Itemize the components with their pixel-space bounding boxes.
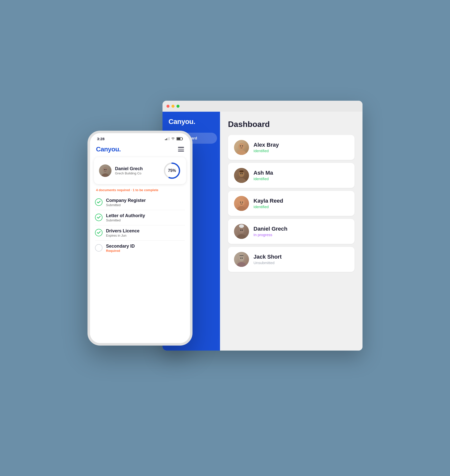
doc-title-company-register: Company Register	[106, 198, 146, 203]
user-info-kayla: Kayla Reed Identified	[254, 198, 348, 209]
svg-point-22	[239, 255, 244, 261]
doc-item-company-register[interactable]: Company Register Submitted	[95, 195, 185, 210]
main-content: Dashboard Alex Bray Ide	[220, 112, 362, 351]
phone-header: Canyou.	[90, 142, 190, 157]
svg-point-18	[237, 234, 246, 239]
doc-title-secondary-id: Secondary ID	[106, 244, 135, 249]
user-status-jack: Unsubmitted	[254, 261, 348, 265]
user-name-alex: Alex Bray	[254, 142, 348, 148]
svg-rect-29	[168, 138, 168, 140]
svg-point-17	[239, 227, 244, 233]
user-name-ash: Ash Ma	[254, 170, 348, 176]
doc-check-drivers-licence	[95, 229, 102, 236]
browser-body: Canyou. Dashboard Workflows	[162, 112, 362, 351]
svg-point-15	[240, 202, 241, 203]
progress-percent: 75%	[168, 168, 176, 173]
svg-point-4	[238, 143, 244, 150]
user-name-kayla: Kayla Reed	[254, 198, 348, 204]
svg-point-25	[242, 258, 243, 259]
doc-info-letter-of-authority: Letter of Authority Submitted	[106, 213, 145, 222]
doc-check-secondary-id	[95, 244, 102, 252]
avatar-alex	[234, 140, 249, 155]
phone-user-company: Grech Building Co	[115, 171, 143, 175]
user-status-daniel: In progress	[254, 233, 348, 237]
phone-user-info: Daniel Grech Grech Building Co	[115, 166, 143, 175]
doc-subtitle-secondary-id: Required	[106, 249, 135, 253]
hamburger-menu-icon[interactable]	[178, 147, 184, 151]
user-card-daniel[interactable]: Daniel Grech In progress	[228, 219, 354, 244]
svg-rect-27	[165, 139, 166, 140]
phone-doc-list: Company Register Submitted Letter of Aut…	[90, 195, 190, 256]
user-card-alex[interactable]: Alex Bray Identified	[228, 135, 354, 160]
user-status-alex: Identified	[254, 149, 348, 153]
browser-window: Canyou. Dashboard Workflows	[162, 101, 362, 351]
phone-user-avatar	[99, 164, 112, 177]
user-info-alex: Alex Bray Identified	[254, 142, 348, 153]
minimize-button[interactable]	[172, 105, 174, 108]
signal-icon	[165, 137, 170, 140]
svg-point-14	[237, 206, 246, 211]
svg-rect-26	[240, 255, 244, 256]
phone-progress-ring: 75%	[163, 162, 181, 180]
hamburger-line-3	[178, 151, 184, 151]
check-icon	[97, 216, 100, 219]
svg-point-21	[239, 224, 244, 228]
page-title: Dashboard	[228, 120, 354, 129]
svg-rect-32	[177, 138, 180, 140]
phone-user-card[interactable]: Daniel Grech Grech Building Co 75%	[94, 157, 186, 184]
svg-point-7	[242, 145, 243, 146]
hamburger-line-1	[178, 147, 184, 148]
docs-highlight: · 1 to be complete	[131, 188, 158, 192]
maximize-button[interactable]	[176, 105, 180, 108]
svg-point-10	[240, 173, 241, 174]
doc-item-drivers-licence[interactable]: Drivers Licence Expires in Jun	[95, 225, 185, 241]
doc-title-drivers-licence: Drivers Licence	[106, 228, 140, 234]
doc-title-letter-of-authority: Letter of Authority	[106, 213, 145, 218]
user-info-daniel: Daniel Grech In progress	[254, 226, 348, 237]
doc-subtitle-drivers-licence: Expires in Jun	[106, 234, 140, 237]
docs-summary-text: 4 documents required	[96, 188, 130, 192]
avatar-jack	[234, 252, 249, 267]
user-info-jack: Jack Short Unsubmitted	[254, 254, 348, 265]
svg-point-11	[242, 173, 243, 174]
mobile-phone: 3:28	[88, 131, 192, 346]
doc-info-secondary-id: Secondary ID Required	[106, 244, 135, 253]
doc-item-secondary-id[interactable]: Secondary ID Required	[95, 241, 185, 256]
svg-point-35	[104, 169, 105, 170]
svg-point-24	[240, 258, 241, 259]
svg-point-16	[242, 202, 243, 203]
doc-check-letter-of-authority	[95, 214, 102, 221]
user-name-daniel: Daniel Grech	[254, 226, 348, 232]
user-card-kayla[interactable]: Kayla Reed Identified	[228, 191, 354, 216]
svg-point-20	[242, 230, 243, 231]
svg-point-33	[103, 167, 108, 173]
svg-point-36	[106, 169, 106, 170]
doc-check-company-register	[95, 198, 102, 206]
phone-content: Canyou.	[90, 142, 190, 343]
doc-item-letter-of-authority[interactable]: Letter of Authority Submitted	[95, 210, 185, 225]
doc-info-drivers-licence: Drivers Licence Expires in Jun	[106, 228, 140, 237]
close-button[interactable]	[166, 105, 170, 108]
avatar-daniel	[234, 224, 249, 239]
phone-user-name: Daniel Grech	[115, 166, 143, 171]
svg-rect-30	[169, 137, 170, 140]
svg-point-34	[102, 173, 109, 177]
svg-point-5	[237, 150, 246, 155]
check-icon	[97, 231, 100, 234]
user-card-jack[interactable]: Jack Short Unsubmitted	[228, 247, 354, 272]
phone-docs-summary: 4 documents required · 1 to be complete	[90, 188, 190, 195]
check-icon	[97, 201, 100, 203]
browser-titlebar	[162, 101, 362, 112]
svg-point-13	[238, 199, 244, 206]
wifi-icon	[171, 137, 175, 140]
svg-point-6	[240, 145, 241, 146]
svg-point-19	[240, 230, 241, 231]
svg-rect-28	[166, 138, 167, 140]
hamburger-line-2	[178, 149, 184, 150]
svg-point-9	[237, 178, 246, 183]
user-card-ash[interactable]: Ash Ma Identified	[228, 163, 354, 188]
scene: Canyou. Dashboard Workflows	[88, 101, 362, 376]
user-info-ash: Ash Ma Identified	[254, 170, 348, 181]
sidebar-logo: Canyou.	[162, 118, 220, 133]
phone-status-bar: 3:28	[90, 133, 190, 142]
